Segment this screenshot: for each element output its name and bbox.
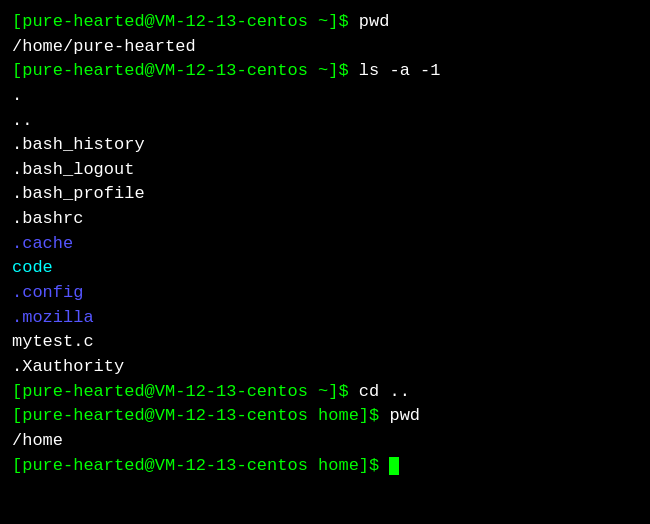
output-text: .config [12, 281, 638, 306]
prompt-text: [pure-hearted@VM-12-13-centos ~]$ [12, 382, 359, 401]
prompt-text: [pure-hearted@VM-12-13-centos home]$ [12, 406, 389, 425]
terminal-line: [pure-hearted@VM-12-13-centos home]$ [12, 454, 638, 479]
prompt-text: [pure-hearted@VM-12-13-centos ~]$ [12, 61, 359, 80]
command-text: pwd [389, 406, 420, 425]
output-text: mytest.c [12, 330, 638, 355]
prompt-text: [pure-hearted@VM-12-13-centos ~]$ [12, 12, 359, 31]
terminal-line: [pure-hearted@VM-12-13-centos home]$ pwd [12, 404, 638, 429]
output-text: . [12, 84, 638, 109]
output-text: .bash_logout [12, 158, 638, 183]
prompt-text: [pure-hearted@VM-12-13-centos home]$ [12, 456, 389, 475]
output-text: /home/pure-hearted [12, 35, 638, 60]
cursor [389, 457, 399, 475]
command-text: ls -a -1 [359, 61, 441, 80]
output-text: code [12, 256, 638, 281]
output-text: .bash_history [12, 133, 638, 158]
output-text: .Xauthority [12, 355, 638, 380]
output-text: .mozilla [12, 306, 638, 331]
output-text: .cache [12, 232, 638, 257]
output-text: .bash_profile [12, 182, 638, 207]
output-text: /home [12, 429, 638, 454]
terminal-line: [pure-hearted@VM-12-13-centos ~]$ pwd [12, 10, 638, 35]
terminal-window[interactable]: [pure-hearted@VM-12-13-centos ~]$ pwd/ho… [0, 0, 650, 524]
output-text: .. [12, 109, 638, 134]
command-text: cd .. [359, 382, 410, 401]
terminal-line: [pure-hearted@VM-12-13-centos ~]$ ls -a … [12, 59, 638, 84]
output-text: .bashrc [12, 207, 638, 232]
terminal-line: [pure-hearted@VM-12-13-centos ~]$ cd .. [12, 380, 638, 405]
command-text: pwd [359, 12, 390, 31]
